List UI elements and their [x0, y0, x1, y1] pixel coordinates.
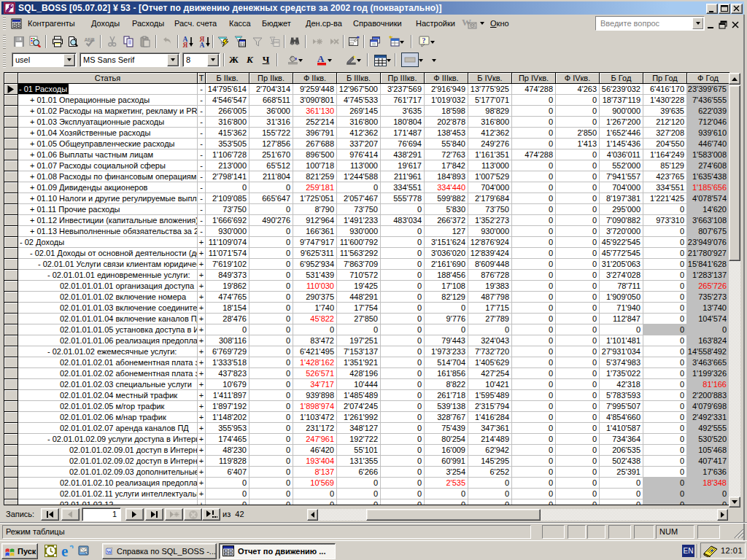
svg-text:А: А — [317, 54, 325, 64]
svg-text:Я: Я — [182, 42, 187, 48]
svg-text:?: ? — [422, 36, 425, 44]
svg-text:W: W — [107, 549, 112, 554]
svg-text:А: А — [199, 42, 204, 48]
svg-text:e: e — [61, 545, 68, 557]
